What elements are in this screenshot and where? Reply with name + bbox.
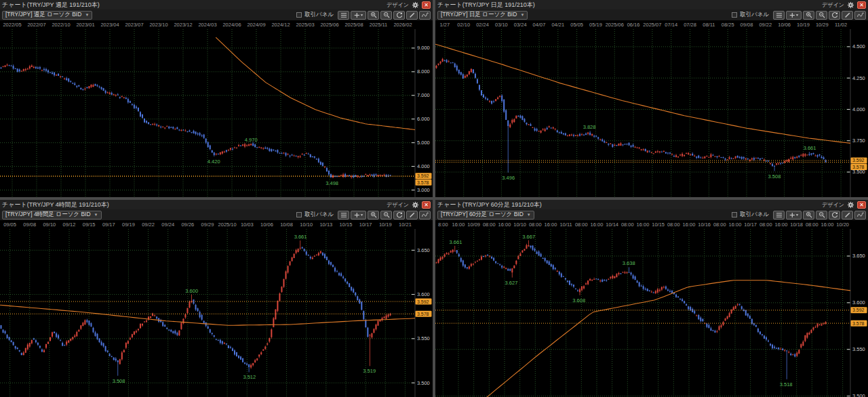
svg-text:2025/06: 2025/06 — [320, 22, 338, 28]
close-button[interactable]: ✕ — [857, 201, 866, 209]
panel-titlebar: チャート(TRY/JPY 日足 191/210本) デザイン ✕ — [435, 0, 868, 9]
trade-panel-checkbox[interactable] — [732, 212, 737, 217]
refresh-button[interactable] — [393, 211, 405, 220]
svg-text:10/20: 10/20 — [836, 222, 849, 228]
svg-text:2022/05: 2022/05 — [3, 22, 21, 28]
chart-list-button[interactable] — [773, 211, 785, 220]
chart-panel-daily: チャート(TRY/JPY 日足 191/210本) デザイン ✕ [TRY/JP… — [435, 0, 868, 197]
zoom-in-button[interactable] — [368, 11, 379, 20]
svg-text:4.500: 4.500 — [852, 43, 865, 49]
svg-text:3.667: 3.667 — [522, 234, 535, 240]
refresh-button[interactable] — [829, 11, 840, 20]
svg-text:16:00: 16:00 — [637, 222, 650, 228]
gear-icon[interactable] — [412, 201, 419, 209]
zoom-in-button[interactable] — [368, 211, 379, 220]
svg-text:3.498: 3.498 — [326, 180, 338, 186]
candlestick-chart-4hour[interactable]: 09/0509/0809/1009/1209/1509/1709/1909/22… — [0, 221, 433, 397]
close-button[interactable]: ✕ — [857, 1, 866, 9]
svg-text:3.592: 3.592 — [417, 299, 429, 304]
draw-button[interactable] — [406, 11, 418, 20]
svg-text:09/29: 09/29 — [201, 222, 214, 228]
zoom-out-button[interactable] — [380, 211, 392, 220]
svg-text:02/10: 02/10 — [457, 22, 470, 28]
refresh-button[interactable] — [829, 211, 840, 220]
gear-icon[interactable] — [847, 201, 854, 209]
svg-text:1/27: 1/27 — [440, 22, 450, 28]
refresh-button[interactable] — [393, 11, 405, 20]
svg-text:11/02: 11/02 — [835, 22, 847, 28]
svg-text:10/11: 10/11 — [560, 222, 572, 228]
svg-text:16:00: 16:00 — [498, 222, 511, 228]
svg-text:16:00: 16:00 — [821, 222, 834, 228]
symbol-timeframe-select[interactable]: [TRY/JPY] 60分足 ローソク BID ▼ — [437, 211, 534, 220]
svg-text:3.627: 3.627 — [505, 280, 518, 286]
draw-button[interactable] — [842, 11, 853, 20]
symbol-timeframe-label: [TRY/JPY] 日足 ローソク BID — [441, 11, 517, 19]
gear-icon[interactable] — [847, 1, 854, 9]
svg-text:07/28: 07/28 — [684, 22, 696, 28]
zoom-out-button[interactable] — [380, 11, 392, 20]
svg-text:10/16: 10/16 — [698, 222, 711, 228]
candlestick-chart-daily[interactable]: 1/2702/1002/2403/1003/2404/0704/2105/050… — [435, 21, 868, 197]
design-button[interactable]: デザイン — [387, 201, 409, 209]
candlestick-chart-60min[interactable]: 8:0016:0010/0908:0016:0010/1008:0016:001… — [435, 221, 868, 397]
zoom-out-button[interactable] — [816, 211, 827, 220]
design-button[interactable]: デザイン — [822, 1, 844, 9]
add-chart-button[interactable] — [351, 11, 366, 20]
chart-list-button[interactable] — [338, 11, 349, 20]
candlestick-chart-weekly[interactable]: 2022/052022/072022/102023/012023/042023/… — [0, 21, 433, 197]
draw-button[interactable] — [406, 211, 418, 220]
svg-text:3.661: 3.661 — [294, 234, 307, 240]
add-chart-button[interactable] — [786, 211, 802, 220]
svg-text:16:00: 16:00 — [545, 222, 557, 228]
panel-titlebar: チャート(TRY/JPY 週足 191/210本) デザイン ✕ — [0, 0, 433, 9]
svg-text:3.828: 3.828 — [583, 124, 596, 130]
svg-text:08:00: 08:00 — [575, 222, 588, 228]
svg-text:03/24: 03/24 — [514, 22, 527, 28]
chart-list-button[interactable] — [773, 11, 785, 20]
design-button[interactable]: デザイン — [387, 1, 409, 9]
indicator-button[interactable] — [854, 11, 866, 20]
add-chart-button[interactable] — [786, 11, 802, 20]
design-button[interactable]: デザイン — [822, 201, 844, 209]
zoom-in-button[interactable] — [803, 11, 814, 20]
gear-icon[interactable] — [412, 1, 419, 9]
indicator-button[interactable] — [854, 211, 866, 220]
svg-text:10/19: 10/19 — [797, 22, 810, 28]
svg-text:3.550: 3.550 — [417, 335, 430, 341]
svg-text:10/19: 10/19 — [379, 222, 392, 228]
svg-text:16:00: 16:00 — [452, 222, 465, 228]
symbol-timeframe-select[interactable]: [TRY/JPY] 日足 ローソク BID ▼ — [437, 11, 528, 20]
symbol-timeframe-select[interactable]: [TRY/JPY] 週足 ローソク BID ▼ — [2, 11, 92, 20]
symbol-timeframe-select[interactable]: [TRY/JPY] 4時間足 ローソク BID ▼ — [2, 211, 102, 220]
svg-text:3.578: 3.578 — [852, 165, 865, 169]
svg-text:6.000: 6.000 — [417, 116, 430, 122]
chart-list-button[interactable] — [338, 211, 349, 220]
draw-button[interactable] — [842, 211, 853, 220]
close-button[interactable]: ✕ — [422, 1, 431, 9]
svg-text:3.650: 3.650 — [417, 247, 430, 253]
zoom-out-button[interactable] — [816, 11, 827, 20]
svg-text:05/19: 05/19 — [589, 22, 602, 28]
chevron-down-icon: ▼ — [527, 213, 531, 217]
svg-text:16:00: 16:00 — [591, 222, 604, 228]
trade-panel-checkbox[interactable] — [732, 12, 737, 18]
svg-text:4.970: 4.970 — [245, 137, 258, 143]
trade-panel-checkbox[interactable] — [296, 212, 302, 217]
svg-text:2023/01: 2023/01 — [76, 22, 94, 28]
chevron-down-icon: ▼ — [94, 213, 98, 217]
indicator-button[interactable] — [419, 11, 431, 20]
svg-text:05/05: 05/05 — [570, 22, 583, 28]
svg-text:02/24: 02/24 — [476, 22, 489, 28]
trade-panel-checkbox[interactable] — [296, 12, 302, 18]
svg-text:09/08: 09/08 — [23, 222, 36, 228]
add-chart-button[interactable] — [351, 211, 366, 220]
svg-text:3.578: 3.578 — [417, 180, 429, 185]
panel-title: チャート(TRY/JPY 4時間足 191/210本) — [2, 201, 109, 209]
svg-text:10/14: 10/14 — [606, 222, 618, 228]
svg-text:09/12: 09/12 — [63, 222, 76, 228]
svg-text:3.592: 3.592 — [852, 158, 865, 163]
indicator-button[interactable] — [419, 211, 431, 220]
zoom-in-button[interactable] — [803, 211, 814, 220]
close-button[interactable]: ✕ — [422, 201, 431, 209]
